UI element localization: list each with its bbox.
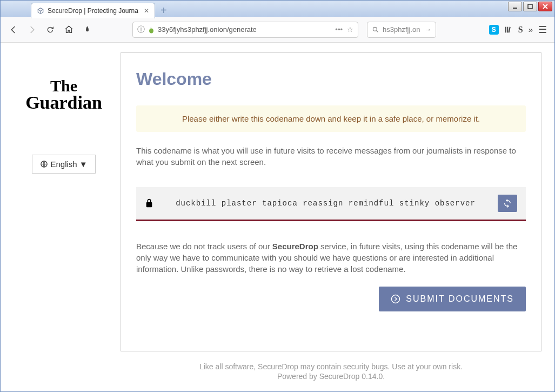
url-text: 33y6fjyhs3phzfjj.onion/generate <box>158 25 332 34</box>
language-label: English <box>50 160 77 169</box>
globe-icon <box>40 160 48 168</box>
noscript-icon[interactable]: S <box>518 25 523 35</box>
tor-circuit-button[interactable] <box>79 22 95 37</box>
main-card: Welcome Please either write this codenam… <box>121 52 541 351</box>
back-button[interactable] <box>6 22 21 37</box>
menu-button[interactable]: ☰ <box>538 24 547 36</box>
page-title: Welcome <box>136 69 526 89</box>
reload-button[interactable] <box>43 22 58 37</box>
submit-documents-button[interactable]: SUBMIT DOCUMENTS <box>379 287 526 311</box>
svg-rect-5 <box>507 26 508 32</box>
language-selector[interactable]: English ▼ <box>32 155 95 174</box>
close-button[interactable] <box>538 2 552 11</box>
page-info-icon[interactable]: ⓘ <box>137 25 145 35</box>
svg-rect-0 <box>513 8 517 9</box>
page-footer: Like all software, SecureDrop may contai… <box>121 351 541 391</box>
maximize-button[interactable] <box>523 2 537 11</box>
window-titlebar: SecureDrop | Protecting Journa ✕ + <box>1 1 554 17</box>
tab-title: SecureDrop | Protecting Journa <box>48 7 138 15</box>
search-go-icon[interactable]: → <box>424 25 431 34</box>
overflow-icon[interactable]: » <box>529 25 533 34</box>
new-tab-button[interactable]: + <box>161 5 167 16</box>
url-bar[interactable]: ⓘ 33y6fjyhs3phzfjj.onion/generate ••• ☆ <box>132 22 358 38</box>
browser-toolbar: ⓘ 33y6fjyhs3phzfjj.onion/generate ••• ☆ … <box>1 17 554 43</box>
svg-rect-4 <box>505 26 506 32</box>
page-action-icon[interactable]: ••• <box>335 25 343 34</box>
search-icon <box>372 26 379 34</box>
codename-notice: Please either write this codename down a… <box>136 105 526 132</box>
chevron-down-icon: ▼ <box>79 160 88 169</box>
footer-disclaimer: Like all software, SecureDrop may contai… <box>121 362 541 371</box>
onion-icon <box>148 26 155 34</box>
window-controls <box>508 2 552 11</box>
codename-description: This codename is what you will use in fu… <box>136 145 526 168</box>
lock-icon <box>145 198 153 209</box>
svg-rect-8 <box>146 202 152 207</box>
forward-button[interactable] <box>24 22 39 37</box>
cube-icon <box>37 7 44 15</box>
library-icon[interactable] <box>504 25 513 34</box>
guardian-logo: The Guardian <box>25 78 102 111</box>
search-bar[interactable]: hs3phzfjj.on → <box>367 22 436 38</box>
page-sidebar: The Guardian English ▼ <box>14 52 114 391</box>
search-text: hs3phzfjj.on <box>383 25 421 34</box>
svg-rect-1 <box>528 4 532 9</box>
svg-rect-6 <box>508 26 510 32</box>
submit-label: SUBMIT DOCUMENTS <box>406 294 514 304</box>
codename-box: duckbill plaster tapioca reassign remind… <box>136 187 526 221</box>
svg-point-2 <box>149 28 153 33</box>
home-button[interactable] <box>61 22 76 37</box>
regenerate-codename-button[interactable] <box>498 195 517 212</box>
codename-text: duckbill plaster tapioca reassign remind… <box>164 199 487 208</box>
footer-version: Powered by SecureDrop 0.14.0. <box>121 372 541 381</box>
arrow-circle-icon <box>391 294 400 304</box>
tab-close-button[interactable]: ✕ <box>144 7 149 15</box>
minimize-button[interactable] <box>508 2 522 11</box>
skype-icon[interactable]: S <box>489 25 499 35</box>
codename-warning: Because we do not track users of our Sec… <box>136 241 526 275</box>
svg-point-3 <box>373 27 377 31</box>
browser-tab[interactable]: SecureDrop | Protecting Journa ✕ <box>31 3 155 18</box>
svg-point-9 <box>392 295 400 303</box>
bookmark-icon[interactable]: ☆ <box>347 25 353 34</box>
